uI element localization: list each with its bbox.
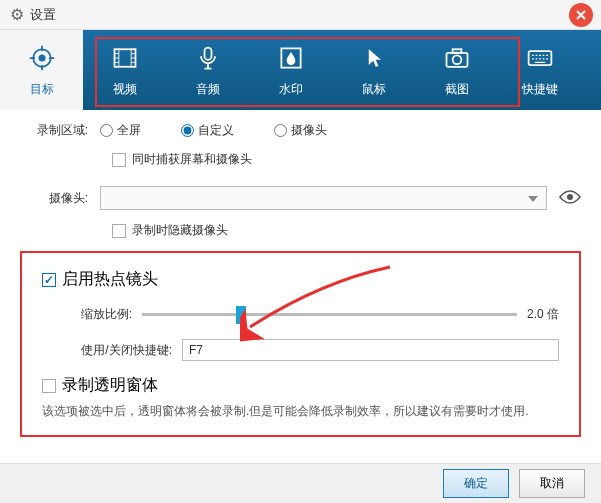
checkbox-label: 启用热点镜头 [62, 269, 158, 290]
tab-video[interactable]: 视频 [83, 30, 166, 110]
camera-row: 摄像头: [20, 186, 581, 210]
capture-both-row: 同时捕获屏幕和摄像头 [112, 151, 581, 168]
tab-target[interactable]: 目标 [0, 30, 83, 110]
svg-point-11 [567, 194, 573, 200]
checkbox-icon [112, 224, 126, 238]
camera-select[interactable] [100, 186, 547, 210]
hotkey-row: 使用/关闭快捷键: [42, 339, 559, 361]
hotkey-input[interactable] [182, 339, 559, 361]
record-area-group: 全屏 自定义 摄像头 [100, 122, 327, 139]
tab-bar: 目标 视频 音频 水印 鼠标 截图 快捷键 [0, 30, 601, 110]
close-button[interactable] [569, 3, 593, 27]
tab-watermark[interactable]: 水印 [249, 30, 332, 110]
zoom-row: 缩放比例: 2.0 倍 [42, 306, 559, 323]
radio-camera[interactable]: 摄像头 [274, 122, 327, 139]
tab-label: 视频 [113, 81, 137, 98]
window-title: 设置 [30, 6, 56, 24]
checkbox-icon [42, 379, 56, 393]
checkbox-icon [112, 153, 126, 167]
radio-label: 摄像头 [291, 122, 327, 139]
hotkey-label: 使用/关闭快捷键: [42, 342, 172, 359]
hide-camera-row: 录制时隐藏摄像头 [112, 222, 581, 239]
checkbox-label: 录制透明窗体 [62, 375, 158, 396]
zoom-slider[interactable] [142, 313, 517, 316]
tab-screenshot[interactable]: 截图 [415, 30, 498, 110]
slider-thumb[interactable] [236, 306, 246, 324]
svg-point-8 [452, 55, 461, 64]
zoom-value: 2.0 倍 [527, 306, 559, 323]
camera-label: 摄像头: [20, 190, 100, 207]
cancel-button[interactable]: 取消 [519, 469, 585, 498]
tab-label: 截图 [445, 81, 469, 98]
gear-icon: ⚙ [10, 5, 24, 24]
close-icon [576, 10, 586, 20]
droplet-icon [276, 43, 306, 73]
titlebar: ⚙ 设置 [0, 0, 601, 30]
microphone-icon [193, 43, 223, 73]
cursor-icon [359, 43, 389, 73]
checkbox-transparent[interactable]: 录制透明窗体 [42, 375, 559, 396]
tab-audio[interactable]: 音频 [166, 30, 249, 110]
checkbox-icon [42, 273, 56, 287]
radio-custom[interactable]: 自定义 [181, 122, 234, 139]
record-area-label: 录制区域: [20, 122, 100, 139]
tab-label: 快捷键 [522, 81, 558, 98]
ok-button[interactable]: 确定 [443, 469, 509, 498]
checkbox-capture-both[interactable]: 同时捕获屏幕和摄像头 [112, 151, 252, 168]
transparent-note: 该选项被选中后，透明窗体将会被录制.但是可能会降低录制效率，所以建议有需要时才使… [42, 402, 559, 421]
svg-rect-5 [204, 47, 211, 59]
content-panel: 录制区域: 全屏 自定义 摄像头 同时捕获屏幕和摄像头 摄像头: 录制时隐藏摄像… [0, 110, 601, 447]
eye-icon[interactable] [559, 190, 581, 207]
checkbox-hide-camera[interactable]: 录制时隐藏摄像头 [112, 222, 228, 239]
record-area-row: 录制区域: 全屏 自定义 摄像头 [20, 122, 581, 139]
checkbox-label: 录制时隐藏摄像头 [132, 222, 228, 239]
checkbox-label: 同时捕获屏幕和摄像头 [132, 151, 252, 168]
film-icon [110, 43, 140, 73]
zoom-label: 缩放比例: [42, 306, 132, 323]
radio-fullscreen[interactable]: 全屏 [100, 122, 141, 139]
svg-rect-9 [452, 49, 461, 53]
tab-label: 鼠标 [362, 81, 386, 98]
footer: 确定 取消 [0, 463, 601, 503]
target-icon [27, 43, 57, 73]
tab-hotkey[interactable]: 快捷键 [498, 30, 581, 110]
checkbox-enable-hotspot[interactable]: 启用热点镜头 [42, 269, 559, 290]
radio-label: 全屏 [117, 122, 141, 139]
tab-label: 音频 [196, 81, 220, 98]
tab-mouse[interactable]: 鼠标 [332, 30, 415, 110]
hotspot-section: 启用热点镜头 缩放比例: 2.0 倍 使用/关闭快捷键: 录制透明窗体 该选项被… [20, 251, 581, 437]
tab-label: 水印 [279, 81, 303, 98]
svg-point-1 [38, 54, 45, 61]
keyboard-icon [525, 43, 555, 73]
camera-icon [442, 43, 472, 73]
radio-label: 自定义 [198, 122, 234, 139]
tab-label: 目标 [30, 81, 54, 98]
